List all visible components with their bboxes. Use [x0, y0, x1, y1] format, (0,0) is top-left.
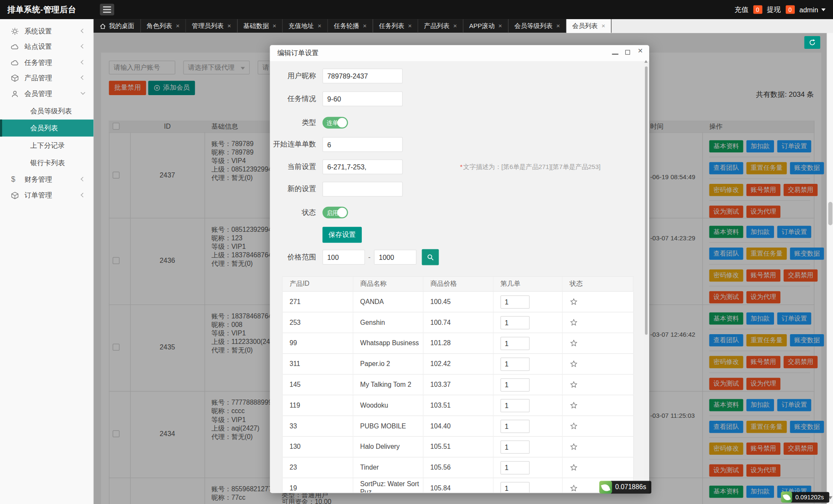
minimize-icon[interactable] [612, 53, 618, 55]
sidebar-item-label: 银行卡列表 [30, 157, 65, 169]
current-setting-input[interactable] [323, 159, 403, 174]
star-icon[interactable] [569, 401, 578, 410]
tab-会员等级列表[interactable]: 会员等级列表× [509, 19, 566, 33]
status-toggle[interactable]: 启用 [323, 207, 348, 219]
star-icon[interactable] [569, 463, 578, 472]
recharge-link[interactable]: 充值 [735, 5, 749, 14]
order-number-input[interactable] [501, 295, 530, 308]
order-number-input[interactable] [501, 378, 530, 391]
star-icon[interactable] [569, 298, 578, 306]
order-number-input[interactable] [501, 357, 530, 370]
sidebar-item-订单管理[interactable]: 订单管理 [0, 190, 93, 202]
star-icon[interactable] [569, 484, 578, 493]
maximize-icon[interactable] [625, 50, 630, 55]
product-row: 119Woodoku103.51 [283, 395, 633, 416]
sidebar: 系统设置站点设置任务管理产品管理会员管理会员等级列表会员列表上下分记录银行卡列表… [0, 19, 93, 504]
sidebar-item-任务管理[interactable]: 任务管理 [0, 57, 93, 69]
page-scrollbar-thumb[interactable] [828, 202, 833, 225]
tab-APP滚动[interactable]: APP滚动× [463, 19, 508, 33]
tab-充值地址[interactable]: 充值地址× [283, 19, 328, 33]
field-label: 价格范围 [270, 250, 316, 265]
close-icon[interactable]: × [638, 47, 643, 55]
sidebar-item-上下分记录[interactable]: 上下分记录 [0, 140, 93, 152]
sidebar-item-会员列表[interactable]: 会员列表 [0, 120, 93, 137]
sidebar-item-label: 产品管理 [25, 72, 52, 84]
product-row: 130Halo Delivery105.51 [283, 437, 633, 458]
task-status-input[interactable] [323, 91, 403, 106]
modal-scrollbar-thumb[interactable] [645, 66, 647, 335]
tab-close-icon[interactable]: × [498, 23, 502, 29]
tab-close-icon[interactable]: × [453, 23, 457, 29]
tab-close-icon[interactable]: × [363, 23, 367, 29]
leaf-icon [599, 481, 612, 493]
tab-基础数据[interactable]: 基础数据× [237, 19, 282, 33]
tab-close-icon[interactable]: × [318, 23, 321, 29]
user-menu[interactable]: admin [799, 6, 826, 14]
dollar-icon: $ [11, 175, 15, 183]
tab-管理员列表[interactable]: 管理员列表× [186, 19, 237, 33]
sidebar-item-会员等级列表[interactable]: 会员等级列表 [0, 105, 93, 117]
chevron-left-icon [81, 28, 85, 33]
tab-close-icon[interactable]: × [556, 23, 560, 29]
sidebar-item-会员管理[interactable]: 会员管理 [0, 88, 93, 100]
scroll-up-icon [644, 59, 648, 63]
product-row: 311Paper.io 2102.42 [283, 354, 633, 374]
withdraw-link[interactable]: 提现 [767, 5, 781, 14]
order-number-input[interactable] [501, 316, 530, 329]
tab-我的桌面[interactable]: 我的桌面 [93, 19, 141, 33]
start-chain-count-input[interactable] [323, 137, 403, 152]
order-number-input[interactable] [501, 440, 530, 453]
tab-close-icon[interactable]: × [228, 23, 231, 29]
tab-label: 会员等级列表 [514, 22, 552, 31]
tab-close-icon[interactable]: × [602, 23, 605, 29]
product-price: 103.37 [423, 374, 493, 395]
star-icon[interactable] [569, 318, 578, 327]
order-number-input[interactable] [501, 461, 530, 474]
star-icon[interactable] [569, 339, 578, 347]
star-icon[interactable] [569, 360, 578, 368]
save-settings-button[interactable]: 保存设置 [323, 227, 362, 243]
order-number-input[interactable] [501, 337, 530, 350]
star-icon[interactable] [569, 442, 578, 451]
refresh-button[interactable] [804, 36, 820, 49]
tab-会员列表[interactable]: 会员列表× [566, 19, 611, 33]
tab-label: 充值地址 [289, 22, 314, 31]
field-label: 状态 [270, 205, 316, 220]
sidebar-item-产品管理[interactable]: 产品管理 [0, 72, 93, 84]
product-price: 104.40 [423, 416, 493, 436]
sidebar-item-系统设置[interactable]: 系统设置 [0, 25, 93, 37]
tab-产品列表[interactable]: 产品列表× [418, 19, 463, 33]
tab-close-icon[interactable]: × [273, 23, 276, 29]
tab-close-icon[interactable]: × [176, 23, 180, 29]
product-price: 105.51 [423, 437, 493, 457]
sidebar-item-站点设置[interactable]: 站点设置 [0, 41, 93, 53]
product-id: 119 [283, 395, 353, 416]
tab-close-icon[interactable]: × [408, 23, 412, 29]
new-setting-input[interactable] [323, 182, 403, 197]
price-search-button[interactable] [422, 249, 439, 265]
product-price: 100.45 [423, 292, 493, 312]
sidebar-item-财务管理[interactable]: $财务管理 [0, 174, 93, 186]
tab-任务轮播[interactable]: 任务轮播× [328, 19, 373, 33]
order-number-input[interactable] [501, 481, 530, 493]
nickname-input[interactable] [323, 68, 403, 83]
sidebar-item-银行卡列表[interactable]: 银行卡列表 [0, 157, 93, 169]
menu-toggle-button[interactable] [100, 4, 114, 16]
price-max-input[interactable] [374, 250, 416, 265]
app: 排单系统-管理后台 充值 0 提现 0 admin 我的桌面角色列表×管理员列表… [0, 0, 833, 504]
tab-bar: 我的桌面角色列表×管理员列表×基础数据×充值地址×任务轮播×任务列表×产品列表×… [93, 19, 833, 33]
type-toggle[interactable]: 连单 [323, 117, 348, 129]
tab-label: APP滚动 [469, 22, 495, 31]
product-row: 145My Talking Tom 2103.37 [283, 374, 633, 395]
chevron-left-icon [81, 177, 85, 181]
product-id: 33 [283, 416, 353, 436]
product-name: PUBG MOBILE [353, 416, 423, 436]
order-number-input[interactable] [501, 399, 530, 412]
star-icon[interactable] [569, 380, 578, 389]
star-icon[interactable] [569, 422, 578, 431]
tab-角色列表[interactable]: 角色列表× [141, 19, 186, 33]
order-number-input[interactable] [501, 420, 530, 433]
search-icon [426, 253, 434, 261]
price-min-input[interactable] [323, 250, 365, 265]
tab-任务列表[interactable]: 任务列表× [373, 19, 418, 33]
